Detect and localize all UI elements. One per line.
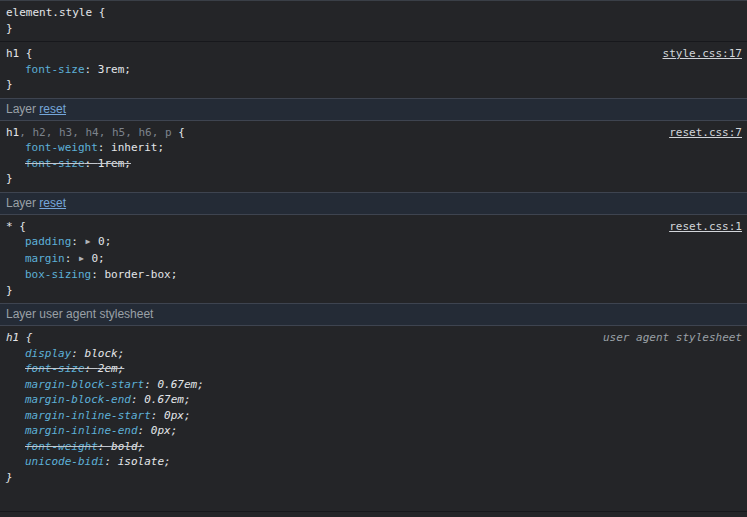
layer-link[interactable]: reset (39, 196, 66, 210)
stylesheet-origin-label: user agent stylesheet (603, 330, 742, 346)
property-value[interactable]: 2em (98, 362, 118, 375)
open-brace: { (13, 220, 26, 233)
close-brace: } (6, 283, 742, 299)
property-value[interactable]: 1rem (98, 157, 125, 170)
stylesheet-link[interactable]: style.css:17 (663, 46, 742, 62)
layer-link[interactable]: reset (39, 102, 66, 116)
semicolon: ; (124, 63, 131, 76)
semicolon: ; (184, 393, 191, 406)
property-name[interactable]: display (25, 347, 71, 360)
property-name[interactable]: padding (25, 235, 71, 248)
layer-header-user-agent: Layer user agent stylesheet (0, 303, 747, 326)
layer-label: Layer (6, 196, 39, 210)
pane-bottom-divider (0, 511, 747, 517)
declaration: display: block; (6, 346, 742, 362)
element-style-rule: element.style {} (0, 1, 747, 41)
property-name[interactable]: font-size (25, 157, 85, 170)
h1-style-css-rule: h1 {style.css:17font-size: 3rem;} (0, 41, 747, 98)
declaration-text: margin-inline-start: 0px; (25, 409, 191, 422)
universal-reset-rule: * {reset.css:1padding: ▶ 0;margin: ▶ 0;b… (0, 215, 747, 304)
property-name[interactable]: font-size (25, 362, 85, 375)
declaration: box-sizing: border-box; (6, 267, 742, 283)
property-value[interactable]: block (85, 347, 118, 360)
property-value[interactable]: bold (111, 440, 138, 453)
overridden-declaration: font-weight: bold; (25, 440, 144, 453)
open-brace: { (19, 47, 32, 60)
declaration-text: margin-inline-end: 0px; (25, 424, 177, 437)
property-name[interactable]: font-weight (25, 440, 98, 453)
property-value[interactable]: 0 (98, 235, 105, 248)
semicolon: ; (197, 378, 204, 391)
rule-header-line: h1 {style.css:17 (6, 46, 742, 62)
declaration-text: margin: ▶ 0; (25, 252, 105, 265)
colon: : (85, 63, 98, 76)
semicolon: ; (157, 141, 164, 154)
property-value[interactable]: inherit (111, 141, 157, 154)
layer-header-reset-2: Layer reset (0, 192, 747, 215)
property-name[interactable]: margin (25, 252, 65, 265)
colon: : (85, 157, 98, 170)
rule-header-line: element.style { (6, 5, 742, 21)
declaration: margin-block-start: 0.67em; (6, 377, 742, 393)
rule-header-line: * {reset.css:1 (6, 219, 742, 235)
selector[interactable]: h1 { (6, 46, 33, 62)
property-name[interactable]: font-weight (25, 141, 98, 154)
semicolon: ; (124, 157, 131, 170)
colon: : (71, 347, 84, 360)
declaration-text: font-size: 3rem; (25, 63, 131, 76)
close-brace: } (6, 21, 742, 37)
property-value[interactable]: 0.67em (144, 393, 184, 406)
stylesheet-link[interactable]: reset.css:1 (669, 219, 742, 235)
declaration: font-weight: bold; (6, 439, 742, 455)
selector-matched: * (6, 220, 13, 233)
layer-header-reset-1: Layer reset (0, 98, 747, 121)
semicolon: ; (171, 424, 178, 437)
expand-shorthand-icon[interactable]: ▶ (85, 234, 92, 250)
property-name[interactable]: margin-inline-start (25, 409, 151, 422)
property-value[interactable]: 0px (151, 424, 171, 437)
colon: : (138, 424, 151, 437)
property-name[interactable]: font-size (25, 63, 85, 76)
semicolon: ; (105, 235, 112, 248)
property-name[interactable]: margin-block-start (25, 378, 144, 391)
declaration-text: padding: ▶ 0; (25, 235, 111, 248)
property-name[interactable]: box-sizing (25, 268, 91, 281)
declaration-text: font-weight: inherit; (25, 141, 164, 154)
colon: : (98, 141, 111, 154)
declaration: font-size: 2em; (6, 361, 742, 377)
selector-unmatched: , h2, h3, h4, h5, h6, p (19, 126, 171, 139)
selector[interactable]: h1 { (6, 330, 33, 346)
declaration-text: unicode-bidi: isolate; (25, 455, 171, 468)
property-value[interactable]: 3rem (98, 63, 125, 76)
property-name[interactable]: unicode-bidi (25, 455, 104, 468)
stylesheet-link[interactable]: reset.css:7 (669, 125, 742, 141)
property-name[interactable]: margin-block-end (25, 393, 131, 406)
property-name[interactable]: margin-inline-end (25, 424, 138, 437)
selector-matched: h1 (6, 126, 19, 139)
layer-label: Layer user agent stylesheet (6, 307, 153, 321)
colon: : (71, 235, 84, 248)
property-value[interactable]: border-box (104, 268, 170, 281)
colon: : (151, 409, 164, 422)
colon: : (131, 393, 144, 406)
colon: : (91, 268, 104, 281)
property-value[interactable]: 0.67em (157, 378, 197, 391)
rule-header-line: h1 {user agent stylesheet (6, 330, 742, 346)
declaration-text: display: block; (25, 347, 124, 360)
declaration-text: box-sizing: border-box; (25, 268, 177, 281)
selector[interactable]: element.style { (6, 5, 105, 21)
overridden-declaration: font-size: 1rem; (25, 157, 131, 170)
property-value[interactable]: 0px (164, 409, 184, 422)
open-brace: { (172, 126, 185, 139)
declaration: margin-inline-start: 0px; (6, 408, 742, 424)
rule-header-line: h1, h2, h3, h4, h5, h6, p {reset.css:7 (6, 125, 742, 141)
semicolon: ; (118, 362, 125, 375)
selector[interactable]: h1, h2, h3, h4, h5, h6, p { (6, 125, 185, 141)
colon: : (65, 252, 78, 265)
property-value[interactable]: isolate (118, 455, 164, 468)
close-brace: } (6, 77, 742, 93)
headings-reset-rule: h1, h2, h3, h4, h5, h6, p {reset.css:7fo… (0, 121, 747, 192)
semicolon: ; (138, 440, 145, 453)
expand-shorthand-icon[interactable]: ▶ (78, 251, 85, 267)
selector[interactable]: * { (6, 219, 26, 235)
